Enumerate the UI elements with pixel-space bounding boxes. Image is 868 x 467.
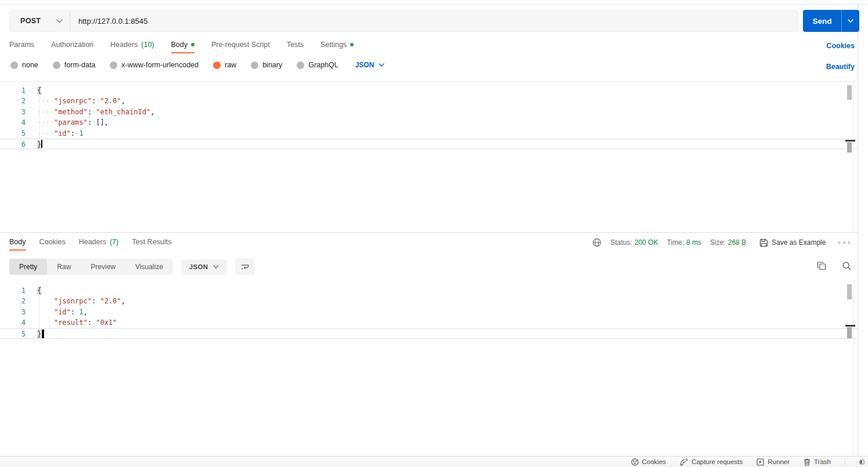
chevron-down-icon (213, 265, 219, 269)
tab-body[interactable]: Body (171, 41, 195, 53)
text-cursor (42, 330, 44, 338)
response-language-select[interactable]: JSON (181, 259, 228, 274)
tab-params[interactable]: Params (9, 41, 34, 53)
radio-icon (10, 61, 18, 69)
size-badge[interactable]: Size: 268 B (710, 238, 746, 247)
line-marker (847, 142, 852, 153)
radio-icon (251, 61, 258, 69)
runner-button[interactable]: Runner (757, 458, 790, 466)
code-line[interactable]: 3····"method":·"eth_chainId", (0, 107, 858, 117)
status-bar: Cookies Capture requests Runner Trash (0, 456, 868, 467)
statusbar-cookies-button[interactable]: Cookies (631, 458, 667, 466)
code-line[interactable]: 1{ (0, 85, 858, 96)
cookie-icon (631, 458, 639, 466)
modified-dot (191, 43, 195, 46)
mode-binary[interactable]: binary (251, 61, 282, 69)
response-headers-count: (7) (110, 238, 118, 246)
response-view-controls: Pretty Raw Preview Visualize JSON (9, 258, 255, 275)
code-line[interactable]: 4····"params":·[], (0, 117, 858, 128)
right-rail (858, 5, 868, 456)
runner-icon (757, 458, 764, 466)
wrap-text-icon (240, 263, 250, 271)
line-number: 3 (0, 307, 26, 317)
scrollbar-thumb[interactable] (847, 284, 852, 299)
line-number: 1 (0, 85, 26, 96)
url-bar: POST http://127.0.0.1:8545 (9, 10, 798, 32)
mode-raw[interactable]: raw (213, 61, 236, 69)
line-number: 4 (0, 317, 26, 328)
tab-settings[interactable]: Settings (320, 41, 354, 53)
response-tabs: Body Cookies Headers(7) Test Results (9, 238, 171, 251)
view-visualize[interactable]: Visualize (125, 259, 173, 275)
radio-icon (110, 61, 117, 69)
more-options-button[interactable]: ∘∘∘ (837, 238, 852, 247)
line-number: 5 (0, 128, 26, 139)
headers-count: (10) (141, 41, 154, 49)
request-body-editor[interactable]: 1{2····"jsonrpc":·"2.0",3····"method":·"… (0, 81, 858, 232)
view-preview[interactable]: Preview (81, 259, 125, 275)
code-line[interactable]: 4 "result": "0x1" (0, 317, 858, 328)
cookies-link[interactable]: Cookies (826, 42, 855, 50)
mode-x-www-form-urlencoded[interactable]: x-www-form-urlencoded (110, 61, 199, 69)
editor-edge (853, 282, 854, 456)
body-language-select[interactable]: JSON (355, 61, 385, 69)
send-button-label[interactable]: Send (803, 10, 841, 32)
editor-edge (853, 82, 854, 232)
tab-response-headers[interactable]: Headers(7) (79, 238, 119, 251)
mode-form-data[interactable]: form-data (53, 61, 96, 69)
line-number: 4 (0, 117, 26, 128)
tab-tests[interactable]: Tests (287, 41, 304, 53)
response-actions (817, 261, 852, 271)
mode-none[interactable]: none (10, 61, 38, 69)
chevron-down-icon (848, 19, 853, 23)
save-icon (759, 238, 768, 247)
view-raw[interactable]: Raw (47, 259, 81, 275)
tab-authorization[interactable]: Authorization (51, 41, 93, 53)
tab-pre-request-script[interactable]: Pre-request Script (211, 41, 270, 53)
cursor-marker (845, 325, 855, 327)
code-line[interactable]: 2 "jsonrpc": "2.0", (0, 296, 858, 306)
postman-request-view: POST http://127.0.0.1:8545 Send Params A… (0, 0, 868, 467)
url-input[interactable]: http://127.0.0.1:8545 (70, 10, 798, 31)
globe-icon[interactable] (592, 238, 602, 247)
radio-icon (53, 61, 60, 69)
send-options-button[interactable] (841, 10, 859, 32)
view-pretty[interactable]: Pretty (9, 259, 47, 275)
copy-response-button[interactable] (817, 261, 827, 271)
mode-graphql[interactable]: GraphQL (297, 61, 338, 69)
response-meta: Status: 200 OK Time: 8 ms Size: 268 B Sa… (592, 238, 852, 247)
code-line[interactable]: 2····"jsonrpc":·"2.0", (0, 96, 858, 106)
line-number: 2 (0, 296, 26, 306)
code-line[interactable]: 5} (0, 328, 858, 339)
chevron-down-icon (56, 19, 63, 23)
line-number: 1 (0, 285, 26, 296)
beautify-link[interactable]: Beautify (826, 63, 855, 71)
wrap-text-button[interactable] (235, 258, 255, 275)
tab-response-cookies[interactable]: Cookies (39, 238, 66, 251)
clipped-panel-icon[interactable] (859, 458, 865, 466)
line-number: 2 (0, 96, 26, 106)
line-number: 3 (0, 107, 26, 117)
top-divider (0, 0, 868, 5)
method-select[interactable]: POST (10, 10, 70, 31)
status-badge[interactable]: Status: 200 OK (610, 238, 658, 247)
code-line[interactable]: 6} (0, 139, 858, 149)
code-line[interactable]: 3 "id": 1, (0, 307, 858, 317)
save-as-example-button[interactable]: Save as Example (759, 238, 826, 247)
trash-icon (804, 458, 811, 466)
response-body-viewer[interactable]: 1{2 "jsonrpc": "2.0",3 "id": 1,4 "result… (0, 282, 858, 456)
tab-headers[interactable]: Headers(10) (110, 41, 154, 53)
send-button[interactable]: Send (803, 10, 859, 32)
time-badge[interactable]: Time: 8 ms (667, 238, 701, 247)
code-line[interactable]: 1{ (0, 285, 858, 296)
radio-selected-icon (213, 61, 221, 69)
search-response-button[interactable] (842, 261, 852, 271)
modified-dot (350, 43, 354, 46)
scrollbar-thumb[interactable] (847, 85, 852, 100)
trash-button[interactable]: Trash (804, 458, 831, 466)
tab-response-body[interactable]: Body (9, 238, 26, 251)
code-line[interactable]: 5····"id":·1 (0, 128, 858, 139)
tab-test-results[interactable]: Test Results (132, 238, 171, 251)
line-number: 5 (0, 329, 26, 339)
capture-requests-button[interactable]: Capture requests (680, 458, 743, 466)
